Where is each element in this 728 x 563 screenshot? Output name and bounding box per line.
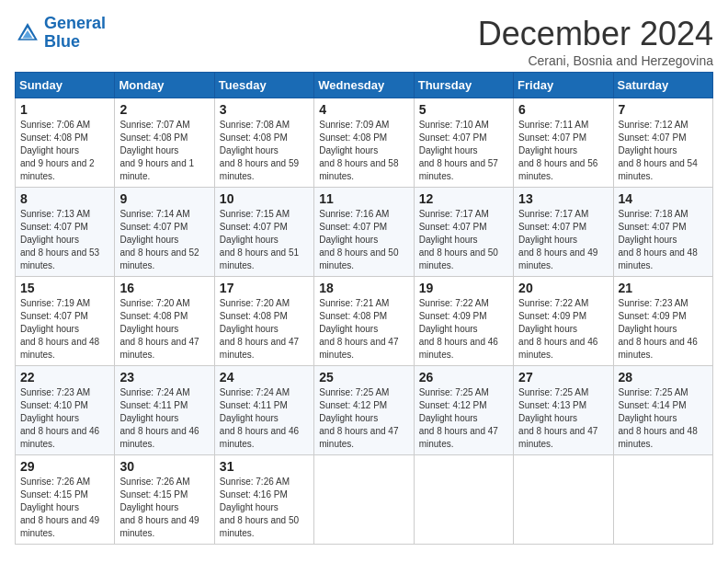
calendar-cell: 26Sunrise: 7:25 AMSunset: 4:12 PMDayligh…: [414, 366, 513, 455]
day-info: Sunrise: 7:26 AMSunset: 4:16 PMDaylight …: [220, 476, 309, 540]
day-info: Sunrise: 7:23 AMSunset: 4:10 PMDaylight …: [20, 386, 109, 451]
col-header-tuesday: Tuesday: [214, 73, 313, 98]
day-info: Sunrise: 7:17 AMSunset: 4:07 PMDaylight …: [518, 208, 608, 272]
day-number: 22: [20, 370, 109, 385]
calendar-cell: 18Sunrise: 7:21 AMSunset: 4:08 PMDayligh…: [314, 277, 414, 366]
calendar-cell: 19Sunrise: 7:22 AMSunset: 4:09 PMDayligh…: [414, 277, 513, 366]
calendar-week-2: 8Sunrise: 7:13 AMSunset: 4:07 PMDaylight…: [16, 188, 713, 277]
calendar-cell: 27Sunrise: 7:25 AMSunset: 4:13 PMDayligh…: [514, 366, 613, 455]
day-info: Sunrise: 7:25 AMSunset: 4:13 PMDaylight …: [518, 386, 608, 451]
day-number: 18: [319, 281, 408, 295]
day-info: Sunrise: 7:15 AMSunset: 4:07 PMDaylight …: [220, 208, 309, 272]
day-info: Sunrise: 7:13 AMSunset: 4:07 PMDaylight …: [20, 208, 109, 272]
day-number: 25: [319, 370, 408, 385]
calendar-table: SundayMondayTuesdayWednesdayThursdayFrid…: [15, 72, 713, 545]
calendar-cell: 5Sunrise: 7:10 AMSunset: 4:07 PMDaylight…: [414, 98, 513, 188]
day-info: Sunrise: 7:25 AMSunset: 4:12 PMDaylight …: [319, 386, 408, 451]
day-number: 17: [220, 281, 309, 295]
day-number: 15: [20, 281, 109, 295]
day-info: Sunrise: 7:07 AMSunset: 4:08 PMDaylight …: [119, 119, 209, 183]
day-number: 14: [619, 191, 708, 206]
calendar-cell: [314, 455, 414, 545]
day-info: Sunrise: 7:26 AMSunset: 4:15 PMDaylight …: [119, 476, 209, 540]
calendar-cell: 17Sunrise: 7:20 AMSunset: 4:08 PMDayligh…: [214, 277, 313, 366]
calendar-cell: 12Sunrise: 7:17 AMSunset: 4:07 PMDayligh…: [414, 188, 513, 277]
calendar-header-row: SundayMondayTuesdayWednesdayThursdayFrid…: [16, 73, 713, 98]
col-header-saturday: Saturday: [613, 73, 712, 98]
day-number: 7: [619, 102, 708, 117]
day-info: Sunrise: 7:26 AMSunset: 4:15 PMDaylight …: [20, 476, 109, 540]
day-number: 23: [119, 370, 209, 385]
day-info: Sunrise: 7:14 AMSunset: 4:07 PMDaylight …: [119, 208, 209, 272]
day-info: Sunrise: 7:25 AMSunset: 4:14 PMDaylight …: [619, 386, 708, 451]
day-info: Sunrise: 7:18 AMSunset: 4:07 PMDaylight …: [619, 208, 708, 272]
calendar-cell: 28Sunrise: 7:25 AMSunset: 4:14 PMDayligh…: [613, 366, 712, 455]
calendar-cell: 20Sunrise: 7:22 AMSunset: 4:09 PMDayligh…: [514, 277, 613, 366]
day-number: 1: [20, 102, 109, 117]
day-number: 31: [220, 459, 309, 474]
calendar-cell: 13Sunrise: 7:17 AMSunset: 4:07 PMDayligh…: [514, 188, 613, 277]
calendar-cell: 14Sunrise: 7:18 AMSunset: 4:07 PMDayligh…: [613, 188, 712, 277]
calendar-cell: [613, 455, 712, 545]
col-header-wednesday: Wednesday: [314, 73, 414, 98]
day-number: 12: [419, 191, 508, 206]
calendar-cell: 25Sunrise: 7:25 AMSunset: 4:12 PMDayligh…: [314, 366, 414, 455]
day-number: 8: [20, 191, 109, 206]
calendar-cell: 30Sunrise: 7:26 AMSunset: 4:15 PMDayligh…: [115, 455, 214, 545]
calendar-cell: 1Sunrise: 7:06 AMSunset: 4:08 PMDaylight…: [16, 98, 115, 188]
day-number: 2: [119, 102, 209, 117]
calendar-cell: 6Sunrise: 7:11 AMSunset: 4:07 PMDaylight…: [514, 98, 613, 188]
day-number: 13: [518, 191, 608, 206]
day-info: Sunrise: 7:25 AMSunset: 4:12 PMDaylight …: [419, 386, 508, 451]
day-info: Sunrise: 7:24 AMSunset: 4:11 PMDaylight …: [119, 386, 209, 451]
day-number: 29: [20, 459, 109, 474]
day-info: Sunrise: 7:20 AMSunset: 4:08 PMDaylight …: [119, 297, 209, 362]
col-header-friday: Friday: [514, 73, 613, 98]
day-info: Sunrise: 7:24 AMSunset: 4:11 PMDaylight …: [220, 386, 309, 451]
day-number: 20: [518, 281, 608, 295]
title-block: December 2024 Cerani, Bosnia and Herzego…: [478, 15, 713, 68]
day-info: Sunrise: 7:12 AMSunset: 4:07 PMDaylight …: [619, 119, 708, 183]
day-number: 21: [619, 281, 708, 295]
day-number: 26: [419, 370, 508, 385]
calendar-week-3: 15Sunrise: 7:19 AMSunset: 4:07 PMDayligh…: [16, 277, 713, 366]
calendar-cell: 24Sunrise: 7:24 AMSunset: 4:11 PMDayligh…: [214, 366, 313, 455]
day-number: 19: [419, 281, 508, 295]
calendar-cell: 22Sunrise: 7:23 AMSunset: 4:10 PMDayligh…: [16, 366, 115, 455]
calendar-cell: 31Sunrise: 7:26 AMSunset: 4:16 PMDayligh…: [214, 455, 313, 545]
day-number: 11: [319, 191, 408, 206]
day-info: Sunrise: 7:20 AMSunset: 4:08 PMDaylight …: [220, 297, 309, 362]
location: Cerani, Bosnia and Herzegovina: [478, 53, 713, 68]
calendar-cell: [414, 455, 513, 545]
calendar-cell: 11Sunrise: 7:16 AMSunset: 4:07 PMDayligh…: [314, 188, 414, 277]
calendar-cell: 15Sunrise: 7:19 AMSunset: 4:07 PMDayligh…: [16, 277, 115, 366]
calendar-cell: 10Sunrise: 7:15 AMSunset: 4:07 PMDayligh…: [214, 188, 313, 277]
day-number: 24: [220, 370, 309, 385]
calendar-cell: 23Sunrise: 7:24 AMSunset: 4:11 PMDayligh…: [115, 366, 214, 455]
page-header: General Blue December 2024 Cerani, Bosni…: [15, 15, 713, 68]
day-info: Sunrise: 7:06 AMSunset: 4:08 PMDaylight …: [20, 119, 109, 183]
calendar-cell: 29Sunrise: 7:26 AMSunset: 4:15 PMDayligh…: [16, 455, 115, 545]
calendar-cell: 9Sunrise: 7:14 AMSunset: 4:07 PMDaylight…: [115, 188, 214, 277]
day-number: 27: [518, 370, 608, 385]
day-info: Sunrise: 7:21 AMSunset: 4:08 PMDaylight …: [319, 297, 408, 362]
calendar-cell: 3Sunrise: 7:08 AMSunset: 4:08 PMDaylight…: [214, 98, 313, 188]
calendar-cell: 16Sunrise: 7:20 AMSunset: 4:08 PMDayligh…: [115, 277, 214, 366]
logo-icon: [15, 20, 40, 46]
logo: General Blue: [15, 15, 106, 52]
col-header-monday: Monday: [115, 73, 214, 98]
col-header-sunday: Sunday: [16, 73, 115, 98]
calendar-cell: 21Sunrise: 7:23 AMSunset: 4:09 PMDayligh…: [613, 277, 712, 366]
day-info: Sunrise: 7:22 AMSunset: 4:09 PMDaylight …: [419, 297, 508, 362]
day-info: Sunrise: 7:10 AMSunset: 4:07 PMDaylight …: [419, 119, 508, 183]
day-info: Sunrise: 7:23 AMSunset: 4:09 PMDaylight …: [619, 297, 708, 362]
day-number: 4: [319, 102, 408, 117]
calendar-cell: 4Sunrise: 7:09 AMSunset: 4:08 PMDaylight…: [314, 98, 414, 188]
day-info: Sunrise: 7:08 AMSunset: 4:08 PMDaylight …: [220, 119, 309, 183]
calendar-cell: [514, 455, 613, 545]
calendar-week-4: 22Sunrise: 7:23 AMSunset: 4:10 PMDayligh…: [16, 366, 713, 455]
day-number: 9: [119, 191, 209, 206]
day-number: 28: [619, 370, 708, 385]
day-info: Sunrise: 7:17 AMSunset: 4:07 PMDaylight …: [419, 208, 508, 272]
day-number: 10: [220, 191, 309, 206]
